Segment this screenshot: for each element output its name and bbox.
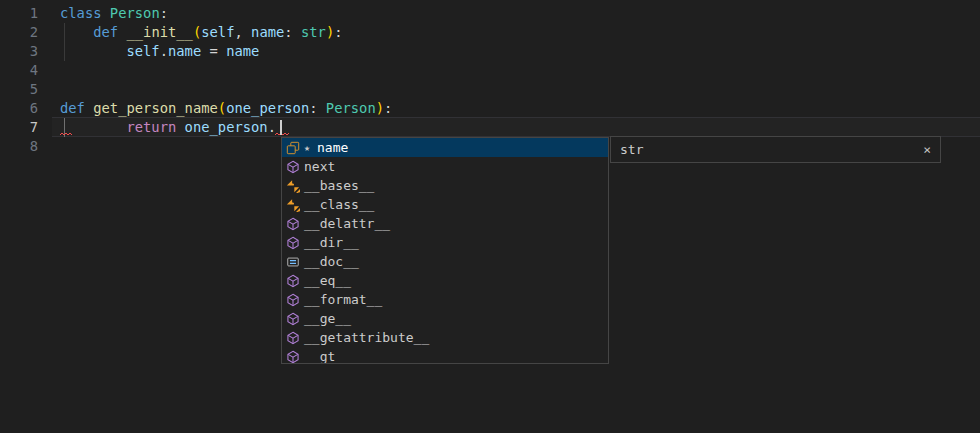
code-line[interactable]: return one_person.: [60, 118, 392, 137]
line-number[interactable]: 6: [0, 99, 38, 118]
code-token: one_person: [185, 119, 268, 135]
code-token: __init__: [126, 24, 192, 40]
suggestion-label: __doc__: [304, 252, 359, 271]
code-line[interactable]: [60, 80, 392, 99]
code-token: .: [160, 43, 168, 59]
class-icon: [285, 178, 301, 194]
code-token: one_person: [226, 100, 309, 116]
suggestion-label: __gt__: [304, 347, 351, 364]
suggestion-label: __delattr__: [304, 214, 390, 233]
code-token: [60, 24, 93, 40]
method-icon: [285, 235, 301, 251]
suggestion-item[interactable]: __gt__: [282, 347, 608, 364]
line-number[interactable]: 3: [0, 42, 38, 61]
method-icon: [285, 159, 301, 175]
code-token: [176, 119, 184, 135]
line-number[interactable]: 7: [0, 118, 38, 137]
code-token: =: [201, 43, 226, 59]
suggestion-label: next: [304, 157, 335, 176]
suggest-details-text: str: [620, 140, 643, 159]
method-icon: [285, 216, 301, 232]
code-token: ): [326, 24, 334, 40]
code-editor: 12345678 class Person: def __init__(self…: [0, 0, 980, 433]
code-token: :: [334, 24, 342, 40]
code-token: Person: [326, 100, 376, 116]
code-token: name: [251, 24, 284, 40]
gutter: 12345678: [0, 4, 38, 156]
code-token: [102, 5, 110, 21]
code-line[interactable]: self.name = name: [60, 42, 392, 61]
line-number[interactable]: 5: [0, 80, 38, 99]
method-icon: [285, 330, 301, 346]
error-squiggle: [60, 132, 72, 136]
suggest-widget: ★namenext__bases____class____delattr____…: [281, 137, 609, 364]
error-squiggle: [275, 132, 289, 136]
text-cursor: [280, 120, 282, 135]
suggestion-item[interactable]: __class__: [282, 195, 608, 214]
suggestion-item[interactable]: __eq__: [282, 271, 608, 290]
suggestion-item[interactable]: __bases__: [282, 176, 608, 195]
suggestion-label: name: [317, 138, 348, 157]
constant-icon: [285, 254, 301, 270]
code-token: :: [160, 5, 168, 21]
code-token: (: [218, 100, 226, 116]
code-token: :: [309, 100, 326, 116]
code-token: self: [126, 43, 159, 59]
suggest-details-panel: str ×: [610, 136, 941, 163]
code-token: def: [60, 100, 85, 116]
code-token: :: [384, 100, 392, 116]
code-token: self: [201, 24, 234, 40]
class-icon: [285, 197, 301, 213]
suggestion-label: __ge__: [304, 309, 351, 328]
line-number[interactable]: 1: [0, 4, 38, 23]
code-token: name: [226, 43, 259, 59]
line-number[interactable]: 2: [0, 23, 38, 42]
code-token: get_person_name: [93, 100, 218, 116]
code-line[interactable]: class Person:: [60, 4, 392, 23]
suggestion-item[interactable]: __delattr__: [282, 214, 608, 233]
code-token: [85, 100, 93, 116]
suggestion-item[interactable]: next: [282, 157, 608, 176]
method-icon: [285, 273, 301, 289]
code-line[interactable]: def __init__(self, name: str):: [60, 23, 392, 42]
code-token: [60, 43, 126, 59]
suggestion-label: __class__: [304, 195, 374, 214]
code-token: (: [193, 24, 201, 40]
code-token: str: [301, 24, 326, 40]
code-token: name: [168, 43, 201, 59]
code-token: class: [60, 5, 102, 21]
suggestion-label: __eq__: [304, 271, 351, 290]
code-token: def: [93, 24, 118, 40]
suggestion-label: __format__: [304, 290, 382, 309]
suggestion-item[interactable]: __ge__: [282, 309, 608, 328]
suggestion-label: __dir__: [304, 233, 359, 252]
code-token: Person: [110, 5, 160, 21]
field-icon: [285, 140, 301, 156]
code-token: ): [376, 100, 384, 116]
code-line[interactable]: [60, 61, 392, 80]
code-token: ,: [234, 24, 251, 40]
suggestion-item[interactable]: __getattribute__: [282, 328, 608, 347]
suggestion-item[interactable]: __format__: [282, 290, 608, 309]
suggestion-item[interactable]: __dir__: [282, 233, 608, 252]
code-area[interactable]: class Person: def __init__(self, name: s…: [60, 4, 392, 156]
line-number[interactable]: 4: [0, 61, 38, 80]
code-token: return: [126, 119, 176, 135]
suggestion-label: __getattribute__: [304, 328, 429, 347]
method-icon: [285, 349, 301, 365]
suggestion-item[interactable]: ★name: [282, 138, 608, 157]
line-number[interactable]: 8: [0, 137, 38, 156]
code-line[interactable]: def get_person_name(one_person: Person):: [60, 99, 392, 118]
method-icon: [285, 311, 301, 327]
close-icon[interactable]: ×: [923, 143, 931, 156]
intellicode-star-icon: ★: [304, 138, 317, 157]
code-token: :: [284, 24, 301, 40]
suggestion-item[interactable]: __doc__: [282, 252, 608, 271]
method-icon: [285, 292, 301, 308]
suggestion-label: __bases__: [304, 176, 374, 195]
